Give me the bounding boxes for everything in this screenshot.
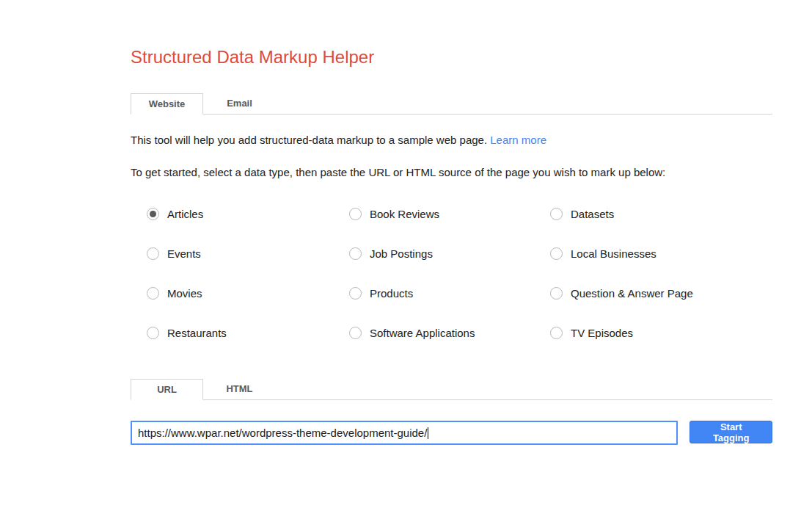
radio-icon bbox=[550, 208, 563, 220]
data-type-label: Local Businesses bbox=[571, 247, 656, 260]
data-type-label: Question & Answer Page bbox=[571, 287, 693, 300]
instruction-text: To get started, select a data type, then… bbox=[131, 166, 772, 179]
data-type-label: TV Episodes bbox=[571, 327, 633, 339]
url-input-value: https://www.wpar.net/wordpress-theme-dev… bbox=[138, 427, 427, 439]
radio-icon bbox=[550, 287, 563, 300]
data-type-label: Events bbox=[167, 247, 201, 260]
url-form-row: https://www.wpar.net/wordpress-theme-dev… bbox=[131, 421, 772, 445]
radio-icon bbox=[147, 287, 159, 300]
url-input[interactable]: https://www.wpar.net/wordpress-theme-dev… bbox=[131, 421, 678, 445]
radio-icon bbox=[550, 247, 563, 260]
radio-icon bbox=[349, 208, 362, 220]
data-type-label: Software Applications bbox=[370, 327, 475, 339]
data-type-label: Movies bbox=[167, 287, 202, 300]
tab-url-label: URL bbox=[157, 384, 177, 395]
tab-email-label: Email bbox=[227, 98, 252, 109]
radio-icon bbox=[550, 327, 563, 339]
source-tabbar: Website Email bbox=[131, 93, 772, 115]
data-type-label: Datasets bbox=[571, 208, 614, 220]
data-type-option-software-applications[interactable]: Software Applications bbox=[349, 326, 550, 339]
radio-dot bbox=[150, 211, 156, 217]
intro-sentence: This tool will help you add structured-d… bbox=[131, 134, 487, 146]
tab-url[interactable]: URL bbox=[131, 379, 203, 400]
radio-icon bbox=[349, 287, 362, 300]
tab-html[interactable]: HTML bbox=[203, 378, 276, 399]
data-type-option-articles[interactable]: Articles bbox=[147, 207, 349, 220]
data-type-option-movies[interactable]: Movies bbox=[147, 286, 349, 300]
input-tabbar: URL HTML bbox=[131, 378, 772, 400]
tab-website[interactable]: Website bbox=[131, 93, 203, 115]
data-type-option-job-postings[interactable]: Job Postings bbox=[349, 247, 550, 260]
data-type-label: Book Reviews bbox=[370, 208, 439, 220]
data-type-option-datasets[interactable]: Datasets bbox=[550, 207, 772, 220]
tab-website-label: Website bbox=[149, 98, 186, 109]
data-type-grid: Articles Book Reviews Datasets Events Jo… bbox=[131, 207, 772, 339]
data-type-option-events[interactable]: Events bbox=[147, 247, 349, 260]
data-type-option-local-businesses[interactable]: Local Businesses bbox=[550, 247, 772, 260]
radio-icon bbox=[349, 247, 362, 260]
learn-more-link[interactable]: Learn more bbox=[490, 134, 546, 146]
data-type-label: Articles bbox=[167, 208, 203, 220]
radio-icon bbox=[349, 327, 362, 339]
radio-icon bbox=[147, 327, 159, 339]
data-type-label: Job Postings bbox=[370, 247, 433, 260]
data-type-option-restaurants[interactable]: Restaurants bbox=[147, 326, 349, 339]
data-type-option-tv-episodes[interactable]: TV Episodes bbox=[550, 326, 772, 339]
data-type-label: Restaurants bbox=[167, 327, 227, 339]
intro-text: This tool will help you add structured-d… bbox=[131, 134, 772, 147]
data-type-option-question-answer-page[interactable]: Question & Answer Page bbox=[550, 286, 772, 300]
radio-icon bbox=[147, 208, 159, 220]
page-title: Structured Data Markup Helper bbox=[131, 47, 772, 68]
tab-html-label: HTML bbox=[226, 383, 252, 394]
structured-data-markup-helper-page: Structured Data Markup Helper Website Em… bbox=[0, 0, 772, 445]
data-type-label: Products bbox=[370, 287, 413, 300]
text-cursor bbox=[428, 427, 428, 439]
data-type-option-products[interactable]: Products bbox=[349, 286, 550, 300]
start-tagging-button[interactable]: Start Tagging bbox=[690, 421, 772, 443]
tab-email[interactable]: Email bbox=[203, 93, 276, 114]
data-type-option-book-reviews[interactable]: Book Reviews bbox=[349, 207, 550, 220]
radio-icon bbox=[147, 247, 159, 260]
